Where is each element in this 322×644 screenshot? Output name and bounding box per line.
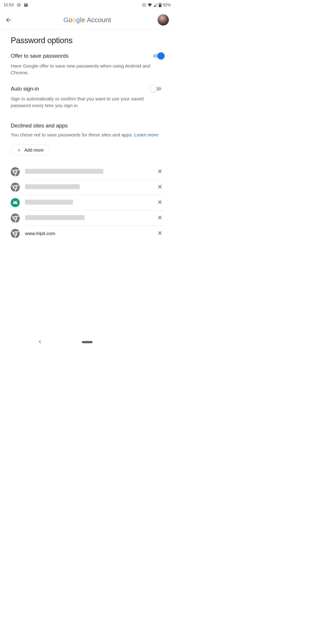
site-row: www.tripit.com: [11, 226, 164, 241]
svg-rect-6: [159, 4, 161, 4]
add-more-label: Add more: [24, 148, 44, 153]
toggle-auto-sign-in[interactable]: [151, 85, 164, 92]
remove-site-button[interactable]: [156, 168, 164, 176]
setting-offer-save-title: Offer to save passwords: [11, 53, 68, 59]
site-row: [11, 195, 164, 210]
learn-more-link[interactable]: Learn more: [134, 132, 158, 137]
declined-title: Declined sites and apps: [11, 122, 164, 129]
redacted-text: [25, 169, 103, 174]
setting-auto-sign-in-desc: Sign in automatically or confirm that yo…: [11, 96, 164, 109]
status-bar: 10:53 31 82%: [0, 0, 174, 10]
content: Password options Offer to save passwords…: [0, 30, 174, 241]
app-header: Google Account: [0, 10, 174, 30]
calendar-icon: 31: [24, 3, 28, 7]
weather-icon: [17, 3, 21, 7]
status-left: 10:53 31: [4, 3, 28, 8]
site-row: [11, 180, 164, 195]
site-label: [25, 169, 151, 175]
toggle-offer-save[interactable]: [151, 52, 164, 60]
site-name: www.tripit.com: [25, 231, 55, 236]
nav-home-pill[interactable]: [82, 341, 92, 343]
svg-point-23: [14, 202, 14, 203]
add-more-button[interactable]: ＋ Add more: [11, 144, 50, 156]
site-list: www.tripit.com: [11, 164, 164, 241]
plus-icon: ＋: [16, 147, 22, 153]
chrome-icon: [11, 214, 20, 222]
site-row: [11, 210, 164, 226]
brand-title: Google Account: [63, 16, 111, 24]
battery-percent: 82%: [163, 3, 171, 8]
remove-site-button[interactable]: [156, 214, 164, 222]
chrome-icon: [11, 183, 20, 192]
site-label: www.tripit.com: [25, 231, 151, 236]
chrome-icon: [11, 229, 20, 238]
redacted-text: [25, 200, 73, 204]
svg-point-18: [14, 186, 16, 188]
battery-icon: [159, 3, 162, 7]
page-title: Password options: [11, 36, 164, 45]
site-row: [11, 164, 164, 179]
remove-site-button[interactable]: [156, 183, 164, 192]
wifi-icon: [148, 3, 152, 7]
chrome-icon: [11, 167, 20, 176]
android-icon: [11, 198, 20, 207]
svg-point-24: [16, 202, 16, 203]
remove-site-button[interactable]: [156, 229, 164, 238]
declined-desc-text: You chose not to save passwords for thes…: [11, 132, 134, 137]
site-label: [25, 200, 151, 206]
setting-offer-save: Offer to save passwords Have Google offe…: [11, 52, 164, 76]
clock-text: 10:53: [4, 3, 14, 8]
redacted-text: [25, 184, 80, 189]
system-nav-bar: [0, 336, 174, 349]
setting-auto-sign-in: Auto sign-in Sign in automatically or co…: [11, 85, 164, 109]
remove-site-button[interactable]: [156, 198, 164, 207]
site-label: [25, 184, 151, 190]
calendar-badge: 31: [24, 3, 28, 6]
svg-point-32: [14, 217, 16, 219]
status-right: 82%: [142, 3, 171, 8]
site-label: [25, 215, 151, 221]
declined-desc: You chose not to save passwords for thes…: [11, 132, 164, 138]
redacted-text: [25, 215, 84, 220]
avatar[interactable]: [158, 14, 169, 26]
setting-auto-sign-in-title: Auto sign-in: [11, 86, 39, 92]
declined-section: Declined sites and apps You chose not to…: [11, 122, 164, 156]
svg-rect-5: [160, 3, 160, 3]
brand-suffix: Account: [87, 16, 111, 24]
nav-back-icon[interactable]: [38, 340, 42, 344]
setting-offer-save-desc: Have Google offer to save new passwords …: [11, 62, 164, 76]
svg-point-39: [14, 232, 16, 235]
dnd-icon: [142, 3, 146, 7]
back-button[interactable]: [5, 16, 12, 23]
svg-point-11: [14, 170, 16, 173]
signal-icon: [154, 3, 158, 7]
